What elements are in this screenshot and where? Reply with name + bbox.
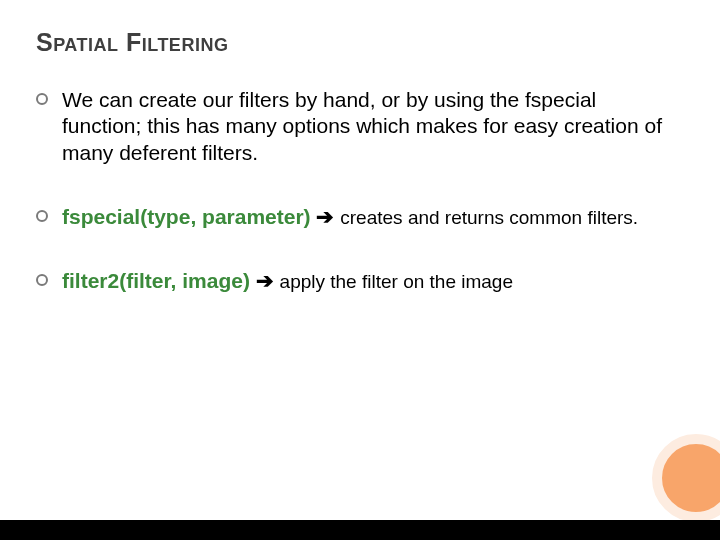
bullet-text: fspecial(type, parameter) ➔ creates and … (62, 204, 674, 230)
bullet-icon (36, 210, 48, 222)
list-item: fspecial(type, parameter) ➔ creates and … (36, 204, 674, 230)
arrow-icon: ➔ (256, 269, 274, 292)
function-desc: creates and returns common filters. (340, 207, 638, 228)
list-item: filter2(filter, image) ➔ apply the filte… (36, 268, 674, 294)
decorative-circle (652, 434, 720, 522)
bullet-icon (36, 274, 48, 286)
slide: Spatial Filtering We can create our filt… (0, 0, 720, 540)
function-name: filter2(filter, image) (62, 269, 250, 292)
list-item: We can create our filters by hand, or by… (36, 87, 674, 166)
function-desc: apply the filter on the image (280, 271, 513, 292)
bullet-text: We can create our filters by hand, or by… (62, 87, 674, 166)
arrow-icon: ➔ (316, 205, 334, 228)
function-name: fspecial(type, parameter) (62, 205, 311, 228)
content-area: We can create our filters by hand, or by… (36, 87, 684, 294)
bottom-bar (0, 520, 720, 540)
bullet-icon (36, 93, 48, 105)
page-title: Spatial Filtering (36, 28, 684, 57)
bullet-text: filter2(filter, image) ➔ apply the filte… (62, 268, 674, 294)
